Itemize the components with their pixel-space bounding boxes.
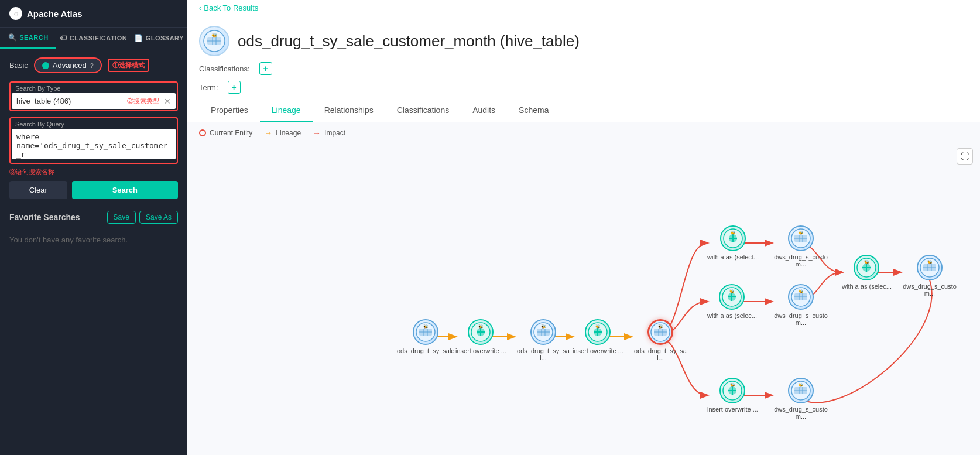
lineage-node-n5[interactable]: 🐝 ods_drug_t_sy_sal... [631, 319, 690, 361]
lineage-canvas: ⛶ 🐝 ods_drug_t_sy_sale 🐝 insert overwrit… [187, 143, 980, 450]
entity-header: 🐝 ods_drug_t_sy_sale_customer_month (hiv… [187, 16, 980, 122]
node-label-n1: ods_drug_t_sy_sale [397, 347, 454, 354]
svg-text:🐝: 🐝 [658, 324, 663, 329]
impact-arrow-icon: → [313, 128, 321, 138]
sidebar-item-glossary[interactable]: 📄 GLOSSARY [131, 28, 187, 49]
save-button[interactable]: Save [107, 211, 136, 224]
svg-text:🐝: 🐝 [423, 324, 429, 329]
lineage-legend: Current Entity → Lineage → Impact [187, 122, 980, 143]
fullscreen-btn[interactable]: ⛶ [957, 148, 973, 165]
svg-text:🐝: 🐝 [730, 382, 735, 388]
search-mode-row: Basic Advanced ? ①选择模式 [9, 57, 178, 73]
svg-text:🐝: 🐝 [864, 259, 869, 265]
node-label-n4: insert overwrite ... [573, 347, 623, 354]
tab-schema[interactable]: Schema [507, 100, 560, 122]
lineage-node-n8[interactable]: 🐝 with a as (selec... [707, 284, 757, 319]
lineage-node-n7[interactable]: 🐝 dws_drug_s_custom... [772, 225, 830, 268]
advanced-dot-icon [42, 62, 49, 69]
add-term-btn[interactable]: + [228, 81, 241, 94]
lineage-node-n1[interactable]: 🐝 ods_drug_t_sy_sale [397, 319, 454, 354]
node-icon-n6: 🐝 [720, 225, 746, 251]
app-title: Apache Atlas [27, 9, 82, 19]
node-label-n12: with a as (selec... [842, 283, 892, 290]
tab-classifications[interactable]: Classifications [385, 100, 461, 122]
lineage-node-n3[interactable]: 🐝 ods_drug_t_sy_sal... [514, 319, 573, 361]
tab-audits[interactable]: Audits [461, 100, 507, 122]
node-icon-n1: 🐝 [413, 319, 438, 345]
legend-lineage: → Lineage [264, 128, 301, 138]
lineage-node-n9[interactable]: 🐝 dws_drug_s_custom... [772, 284, 830, 326]
svg-text:🐝: 🐝 [799, 289, 804, 294]
node-label-n9: dws_drug_s_custom... [772, 312, 830, 326]
entity-tabs: Properties Lineage Relationships Classif… [199, 100, 968, 122]
favorite-buttons: Save Save As [107, 211, 178, 224]
node-label-n13: dws_drug_s_custom... [900, 283, 959, 297]
tag-nav-icon: 🏷 [60, 34, 67, 42]
lineage-arrow-icon: → [264, 128, 272, 138]
chevron-left-icon: ‹ [199, 4, 201, 12]
node-icon-n2: 🐝 [468, 319, 494, 345]
search-button-row: Clear Search [9, 181, 178, 199]
svg-text:🐝: 🐝 [927, 259, 933, 265]
search-by-query-box: Search By Query [9, 117, 178, 164]
node-icon-n12: 🐝 [854, 255, 879, 280]
entity-title-row: 🐝 ods_drug_t_sy_sale_customer_month (hiv… [199, 26, 968, 56]
tab-lineage[interactable]: Lineage [260, 100, 313, 122]
save-as-button[interactable]: Save As [139, 211, 178, 224]
search-query-input[interactable] [12, 129, 176, 159]
node-label-n6: with a as (select... [707, 254, 759, 261]
lineage-node-n11[interactable]: 🐝 dws_drug_s_custom... [772, 378, 830, 420]
search-type-inner: ②搜索类型 ✕ [12, 93, 176, 109]
favorite-title: Favorite Searches [9, 213, 80, 222]
entity-name: ods_drug_t_sy_sale_customer_month (hive_… [238, 32, 580, 50]
node-icon-n11: 🐝 [788, 378, 814, 403]
clear-type-icon[interactable]: ✕ [159, 97, 176, 106]
lineage-svg [187, 143, 980, 450]
search-query-label: Search By Query [12, 119, 176, 129]
lineage-node-n4[interactable]: 🐝 insert overwrite ... [573, 319, 623, 354]
app-logo: ⚙ [9, 7, 22, 20]
svg-text:🐝: 🐝 [478, 324, 484, 329]
lineage-area: Current Entity → Lineage → Impact ⛶ [187, 122, 980, 455]
lineage-node-n10[interactable]: 🐝 insert overwrite ... [707, 378, 758, 413]
node-icon-n5: 🐝 [647, 319, 673, 345]
node-icon-n9: 🐝 [788, 284, 814, 310]
lineage-node-n6[interactable]: 🐝 with a as (select... [707, 225, 759, 261]
node-icon-n3: 🐝 [530, 319, 556, 345]
search-by-type-box: Search By Type ②搜索类型 ✕ [9, 81, 178, 111]
lineage-node-n13[interactable]: 🐝 dws_drug_s_custom... [900, 255, 959, 297]
search-button[interactable]: Search [72, 181, 178, 199]
search-type-annotation: ②搜索类型 [127, 97, 159, 105]
lineage-node-n2[interactable]: 🐝 insert overwrite ... [455, 319, 506, 354]
sidebar-item-search[interactable]: 🔍 SEARCH [0, 28, 56, 49]
node-icon-n10: 🐝 [719, 378, 745, 403]
entity-term-row: Term: + [199, 81, 968, 94]
svg-text:🐝: 🐝 [729, 289, 735, 294]
node-label-n7: dws_drug_s_custom... [772, 254, 830, 268]
sidebar-item-classification[interactable]: 🏷 CLASSIFICATION [56, 28, 131, 49]
node-label-n2: insert overwrite ... [455, 347, 506, 354]
svg-text:🐝: 🐝 [595, 324, 601, 329]
node-label-n10: insert overwrite ... [707, 406, 758, 413]
legend-impact: → Impact [313, 128, 345, 138]
help-icon: ? [90, 62, 94, 69]
back-to-results-link[interactable]: ‹ Back To Results [199, 4, 258, 12]
advanced-mode-btn[interactable]: Advanced ? [34, 57, 102, 73]
sidebar: ⚙ Apache Atlas 🔍 SEARCH 🏷 CLASSIFICATION… [0, 0, 187, 455]
tab-properties[interactable]: Properties [199, 100, 260, 122]
svg-text:🐝: 🐝 [211, 32, 217, 38]
svg-text:🐝: 🐝 [541, 324, 546, 329]
glossary-nav-icon: 📄 [134, 34, 143, 42]
node-icon-n7: 🐝 [788, 225, 814, 251]
favorite-section: Favorite Searches Save Save As You don't… [9, 211, 178, 250]
node-icon-n13: 🐝 [917, 255, 943, 280]
search-type-input[interactable] [12, 93, 125, 109]
sidebar-nav: 🔍 SEARCH 🏷 CLASSIFICATION 📄 GLOSSARY [0, 28, 187, 49]
lineage-node-n12[interactable]: 🐝 with a as (selec... [842, 255, 892, 290]
add-classification-btn[interactable]: + [259, 62, 272, 75]
favorite-empty-text: You don't have any favorite search. [9, 230, 178, 250]
topbar: ‹ Back To Results [187, 0, 980, 16]
clear-button[interactable]: Clear [9, 181, 67, 199]
tab-relationships[interactable]: Relationships [313, 100, 385, 122]
main-content: ‹ Back To Results 🐝 ods_drug_t_sy_sale_c… [187, 0, 980, 455]
